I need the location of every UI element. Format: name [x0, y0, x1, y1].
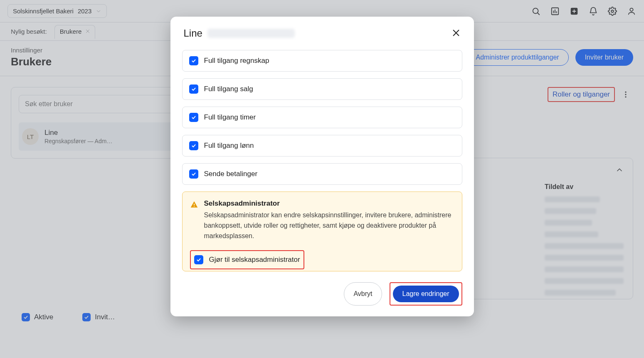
modal-body[interactable]: Full tilgang regnskap Full tilgang salg …: [170, 47, 474, 275]
checkbox[interactable]: [194, 255, 203, 264]
permission-label: Full tilgang regnskap: [204, 57, 269, 65]
make-admin-label: Gjør til selskapsadministrator: [209, 256, 300, 264]
permission-row-regnskap[interactable]: Full tilgang regnskap: [182, 50, 462, 72]
admin-text: Selskapsadministrator Selskapsadministra…: [204, 199, 454, 241]
permission-row-salg[interactable]: Full tilgang salg: [182, 78, 462, 100]
checkbox[interactable]: [189, 85, 198, 94]
close-icon: [452, 28, 461, 37]
blurred-surname: [207, 29, 295, 38]
edit-user-modal: Line Full tilgang regnskap Full tilgang …: [170, 17, 474, 316]
permission-row-timer[interactable]: Full tilgang timer: [182, 107, 462, 128]
make-admin-checkbox-row[interactable]: Gjør til selskapsadministrator: [190, 250, 304, 269]
svg-rect-8: [194, 204, 195, 205]
app-root: Solskinnsfjellet Bakeri 2023 Nylig besøk…: [0, 0, 644, 358]
warning-icon: [190, 200, 198, 209]
modal-close-button[interactable]: [452, 28, 461, 39]
permission-label: Full tilgang lønn: [204, 142, 254, 150]
admin-title: Selskapsadministrator: [204, 199, 454, 208]
modal-footer: Avbryt Lagre endringer: [170, 275, 474, 316]
cancel-button[interactable]: Avbryt: [344, 282, 382, 306]
permission-label: Sende betalinger: [204, 170, 258, 178]
admin-warning-block: Selskapsadministrator Selskapsadministra…: [182, 191, 462, 271]
save-button-highlight: Lagre endringer: [390, 282, 462, 306]
permission-label: Full tilgang salg: [204, 85, 253, 93]
save-button[interactable]: Lagre endringer: [393, 286, 459, 302]
checkbox[interactable]: [189, 113, 198, 122]
modal-title-name: Line: [184, 27, 202, 39]
permission-row-lonn[interactable]: Full tilgang lønn: [182, 135, 462, 157]
checkbox[interactable]: [189, 141, 198, 150]
checkbox[interactable]: [189, 56, 198, 65]
modal-title: Line: [184, 27, 295, 39]
svg-rect-9: [194, 206, 195, 207]
permission-label: Full tilgang timer: [204, 113, 256, 122]
checkbox[interactable]: [189, 169, 198, 179]
admin-description: Selskapsadministrator kan endre selskaps…: [204, 210, 454, 241]
admin-warning-top: Selskapsadministrator Selskapsadministra…: [190, 199, 454, 241]
permission-row-betalinger[interactable]: Sende betalinger: [182, 163, 462, 185]
modal-overlay: Line Full tilgang regnskap Full tilgang …: [0, 0, 644, 358]
modal-header: Line: [170, 17, 474, 47]
